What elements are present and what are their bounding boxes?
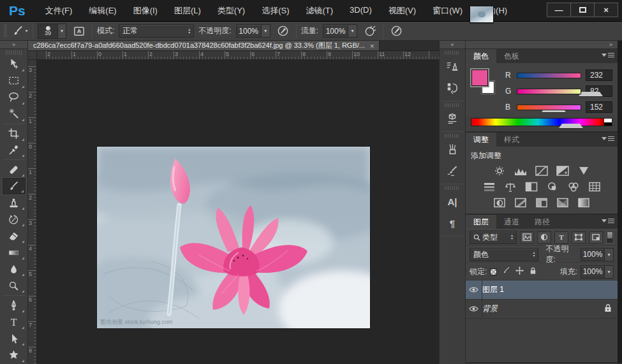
- history-panel-button[interactable]: [441, 78, 463, 98]
- hue-saturation-icon[interactable]: [482, 182, 496, 192]
- rect-marquee-tool[interactable]: [3, 73, 26, 89]
- exposure-icon[interactable]: [556, 166, 570, 176]
- layer-opacity-field[interactable]: 100% ▾: [581, 248, 614, 261]
- color-lookup-icon[interactable]: [588, 182, 602, 192]
- tab-adjustments[interactable]: 调整: [466, 133, 496, 147]
- options-bar-grip[interactable]: [4, 25, 7, 38]
- menu-item[interactable]: 视图(V): [380, 5, 424, 17]
- shape-layer-filter-button[interactable]: [572, 231, 586, 244]
- fill-field[interactable]: 100% ▾: [581, 265, 614, 279]
- history-brush-tool[interactable]: [3, 211, 26, 228]
- flow-value[interactable]: 100%: [323, 24, 348, 38]
- properties-panel-button[interactable]: [441, 108, 463, 129]
- horizontal-ruler[interactable]: 210123456789101112: [37, 51, 439, 60]
- brightness-contrast-icon[interactable]: [492, 166, 507, 176]
- clone-source-panel-button[interactable]: [441, 56, 463, 76]
- type-tool[interactable]: T: [3, 314, 26, 330]
- green-slider[interactable]: [517, 89, 581, 94]
- gradient-tool[interactable]: [3, 244, 26, 261]
- blue-value-field[interactable]: 152: [586, 101, 612, 113]
- red-slider[interactable]: [517, 73, 581, 78]
- eraser-tool[interactable]: [3, 228, 26, 244]
- clone-stamp-tool[interactable]: [3, 194, 26, 211]
- move-tool[interactable]: [3, 56, 26, 73]
- tool-preset-picker[interactable]: ▾: [11, 24, 28, 39]
- threshold-icon[interactable]: [535, 198, 549, 208]
- lock-image-pixels-button[interactable]: [502, 266, 510, 277]
- selective-color-icon[interactable]: [577, 198, 591, 208]
- layer-thumbnail[interactable]: [470, 6, 494, 23]
- color-spectrum-ramp[interactable]: [471, 118, 612, 126]
- dock-expand-button[interactable]: »: [466, 41, 618, 49]
- document-tab[interactable]: c286ca7ecc6f7a79-a0afd660aad520fe-dbdcd0…: [28, 41, 380, 50]
- layer-opacity-value[interactable]: 100%: [581, 248, 605, 261]
- dodge-tool[interactable]: [3, 277, 26, 294]
- levels-icon[interactable]: [514, 166, 528, 176]
- crop-tool[interactable]: [3, 126, 26, 142]
- layer-blend-mode-select[interactable]: 颜色 ▴▾: [470, 248, 538, 261]
- lock-all-button[interactable]: [529, 266, 537, 277]
- menu-item[interactable]: 图像(I): [125, 5, 166, 17]
- pressure-opacity-toggle[interactable]: [275, 24, 292, 39]
- adjustment-layer-filter-button[interactable]: [537, 231, 551, 244]
- fill-arrow[interactable]: ▾: [605, 265, 614, 279]
- menu-item[interactable]: 滤镜(T): [298, 5, 342, 17]
- document-image[interactable]: 图虫创意 stock.tuchong.com: [97, 147, 370, 328]
- tab-close-icon[interactable]: ×: [370, 42, 374, 50]
- slider-thumb[interactable]: [579, 79, 603, 96]
- fill-value[interactable]: 100%: [581, 265, 605, 279]
- custom-shape-tool[interactable]: [3, 347, 26, 363]
- tab-channels[interactable]: 通道: [496, 215, 527, 229]
- spot-healing-tool[interactable]: [3, 161, 26, 178]
- paragraph-panel-button[interactable]: ¶: [441, 213, 463, 233]
- tab-color[interactable]: 颜色: [466, 49, 496, 63]
- menu-item[interactable]: 图层(L): [166, 5, 209, 17]
- brush-panel-toggle[interactable]: [71, 24, 87, 39]
- brush-picker-arrow[interactable]: ▾: [58, 24, 66, 39]
- spectrum-gradient[interactable]: [471, 119, 604, 126]
- pixel-layer-filter-button[interactable]: [520, 231, 534, 244]
- tab-styles[interactable]: 样式: [496, 133, 527, 147]
- character-panel-button[interactable]: A|: [441, 191, 463, 212]
- opacity-value[interactable]: 100%: [236, 24, 262, 38]
- brush-settings-panel-button[interactable]: [441, 161, 463, 181]
- invert-icon[interactable]: [492, 198, 507, 208]
- pressure-size-toggle[interactable]: [388, 24, 404, 39]
- lock-position-button[interactable]: [515, 266, 524, 277]
- path-selection-tool[interactable]: [3, 330, 26, 347]
- maximize-button[interactable]: [570, 3, 595, 17]
- menu-item[interactable]: 编辑(E): [80, 5, 124, 17]
- layer-opacity-arrow[interactable]: ▾: [605, 248, 614, 261]
- tab-layers[interactable]: 图层: [466, 215, 496, 229]
- blur-tool[interactable]: [3, 261, 26, 277]
- color-balance-icon[interactable]: [503, 182, 517, 192]
- tab-paths[interactable]: 路径: [527, 215, 558, 229]
- brush-preset-picker[interactable]: 39 ▾: [38, 24, 66, 39]
- opacity-arrow[interactable]: ▾: [262, 24, 270, 38]
- gradient-map-icon[interactable]: [556, 198, 570, 208]
- menu-item[interactable]: 选择(S): [253, 5, 297, 17]
- magic-wand-tool[interactable]: [3, 106, 26, 122]
- dock-grip[interactable]: [445, 51, 460, 55]
- dock-collapse-button[interactable]: «: [440, 41, 465, 49]
- pen-tool[interactable]: [3, 297, 26, 314]
- visibility-toggle[interactable]: [466, 300, 482, 318]
- type-layer-filter-button[interactable]: T: [554, 231, 568, 244]
- curves-icon[interactable]: [535, 166, 549, 176]
- opacity-field[interactable]: 100% ▾: [236, 24, 270, 38]
- slider-thumb[interactable]: [559, 111, 583, 128]
- smart-object-filter-button[interactable]: [589, 231, 603, 244]
- menu-item[interactable]: 类型(Y): [209, 5, 253, 17]
- flow-arrow[interactable]: ▾: [348, 24, 357, 38]
- panel-menu-icon[interactable]: [602, 136, 614, 141]
- vibrance-icon[interactable]: [577, 166, 591, 176]
- blue-slider[interactable]: [517, 105, 581, 110]
- menu-item[interactable]: 窗口(W): [424, 5, 471, 17]
- layer-name[interactable]: 背景: [482, 303, 498, 314]
- airbrush-toggle[interactable]: [362, 24, 378, 39]
- filter-kind-select[interactable]: 类型 ▴▾: [470, 231, 517, 244]
- posterize-icon[interactable]: [514, 198, 528, 208]
- visibility-toggle[interactable]: [466, 280, 482, 299]
- dock-grip[interactable]: [445, 186, 460, 190]
- dock-grip[interactable]: [445, 134, 460, 138]
